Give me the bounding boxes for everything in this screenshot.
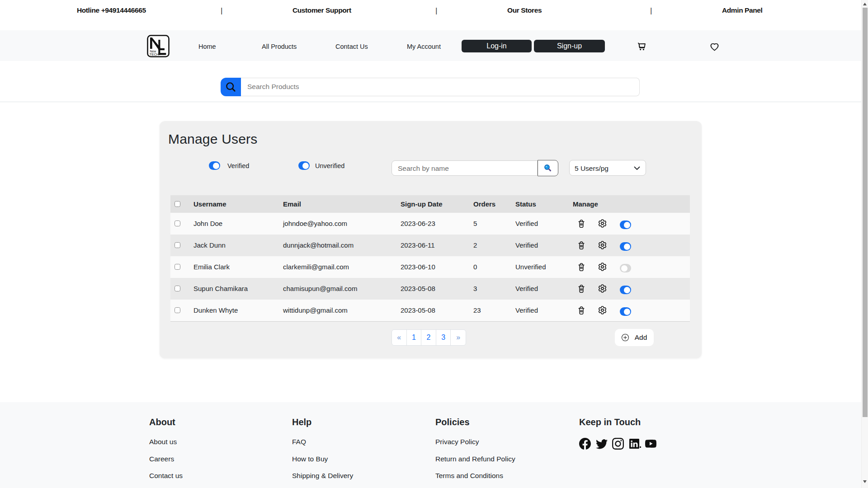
svg-text:TECH: TECH (150, 52, 159, 56)
